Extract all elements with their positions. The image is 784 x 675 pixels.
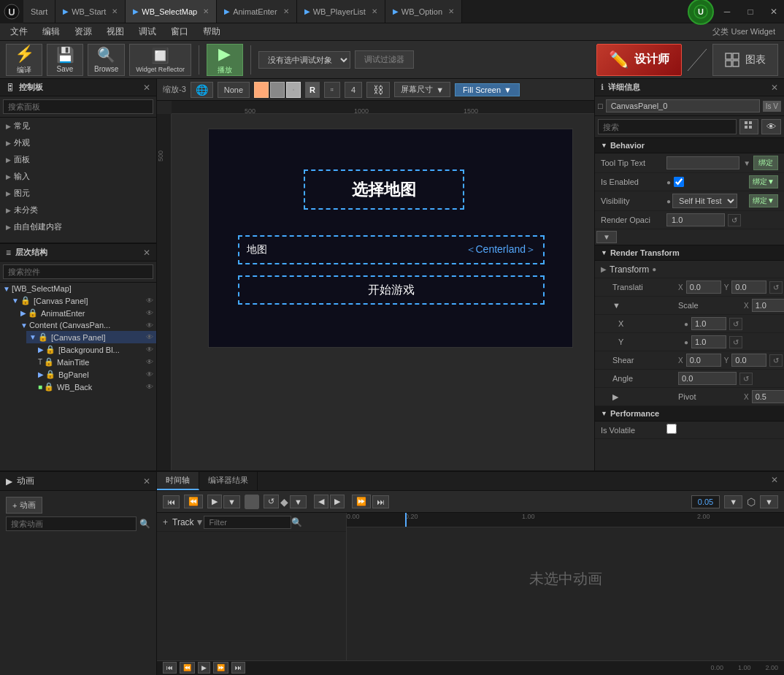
angle-reset[interactable]: ↺: [739, 373, 753, 385]
time-marker-dropdown[interactable]: ▼: [760, 495, 778, 508]
tooltip-dropdown-arrow[interactable]: ▼: [743, 159, 750, 167]
performance-section-header[interactable]: ▼ Performance: [595, 406, 784, 422]
canvas-color-btn-1[interactable]: [254, 82, 269, 98]
none-button[interactable]: None: [218, 82, 250, 98]
canvas-color-btn-3[interactable]: [286, 82, 301, 98]
save-button[interactable]: 💾 Save: [47, 44, 83, 76]
canvas-color-btn-2[interactable]: [270, 82, 285, 98]
render-opacity-input[interactable]: [666, 213, 725, 226]
left-panel-close[interactable]: ✕: [143, 83, 150, 93]
angle-input[interactable]: [678, 372, 737, 385]
detail-panel-close[interactable]: ✕: [771, 83, 778, 93]
num-button[interactable]: 4: [345, 82, 362, 98]
hier-item-wb-selectmap[interactable]: ▼ [WB_SelectMap]: [0, 283, 156, 294]
tooltip-bind-button[interactable]: 绑定: [753, 156, 778, 170]
bottom-play-btn[interactable]: ▶: [198, 662, 210, 674]
render-opacity-reset[interactable]: ↺: [728, 214, 741, 226]
tab-wb-start-close[interactable]: ✕: [112, 7, 118, 15]
tab-wb-option[interactable]: ▶ WB_Option ✕: [385, 0, 462, 23]
menu-help[interactable]: 帮助: [196, 23, 228, 41]
timeline-playhead[interactable]: [405, 513, 407, 527]
step-back-button[interactable]: ⏪: [184, 495, 203, 508]
timeline-tab-timeline[interactable]: 时间轴: [157, 472, 199, 490]
play-transport-button[interactable]: ▶: [207, 495, 222, 508]
canvas-panel-name-input[interactable]: [606, 99, 760, 113]
hier-item-content[interactable]: ▼ Content (CanvasPan... 👁: [18, 319, 156, 331]
keyframe-dropdown[interactable]: ▼: [290, 495, 307, 508]
ue-circle-btn[interactable]: U: [688, 0, 714, 25]
add-animation-button[interactable]: + 动画: [6, 497, 42, 514]
widget-reflector-button[interactable]: 🔲 Widget Reflector: [129, 44, 191, 76]
category-primitive[interactable]: ▶ 图元: [0, 185, 156, 202]
track-filter-input[interactable]: [204, 516, 291, 529]
hier-maintitle-vis[interactable]: 👁: [146, 358, 153, 366]
translation-x-input[interactable]: [686, 281, 721, 294]
translation-y-input[interactable]: [731, 281, 766, 294]
category-panel[interactable]: ▶ 面板: [0, 151, 156, 168]
fill-screen-button[interactable]: Fill Screen ▼: [455, 83, 520, 96]
play-button[interactable]: ▶ 播放: [207, 44, 243, 76]
visibility-select[interactable]: Self Hit Test: [672, 194, 737, 208]
bottom-step-fwd-btn[interactable]: ⏩: [213, 662, 228, 674]
tab-animatenter[interactable]: ▶ AnimatEnter ✕: [217, 0, 297, 23]
chain-button[interactable]: ⛓: [366, 82, 390, 98]
loop-button[interactable]: ↺: [264, 495, 279, 508]
menu-asset[interactable]: 资源: [67, 23, 99, 41]
scale-y-reset[interactable]: ↺: [729, 336, 742, 348]
category-misc[interactable]: ▶ 未分类: [0, 202, 156, 218]
hier-bgpanel-vis[interactable]: 👁: [146, 370, 153, 378]
tab-wb-playerlist[interactable]: ▶ WB_PlayerList ✕: [297, 0, 385, 23]
timeline-close[interactable]: ✕: [765, 472, 784, 490]
detail-eye-button[interactable]: 👁: [761, 119, 781, 134]
menu-debug[interactable]: 调试: [131, 23, 164, 41]
bottom-end-btn[interactable]: ⏭: [231, 662, 245, 674]
category-input[interactable]: ▶ 输入: [0, 168, 156, 185]
panel-search-input[interactable]: [3, 99, 153, 114]
timeline-tab-compiler[interactable]: 编译器结果: [199, 472, 258, 490]
debug-object-select[interactable]: 没有选中调试对象: [258, 51, 350, 69]
hier-item-animatenter[interactable]: ▶ 🔒 AnimatEnter 👁: [18, 307, 156, 319]
compile-button[interactable]: ⚡ 编译: [6, 44, 42, 76]
hier-animatenter-vis[interactable]: 👁: [146, 309, 153, 317]
shear-reset[interactable]: ↺: [769, 354, 783, 367]
detail-search-input[interactable]: [598, 119, 737, 134]
translation-reset[interactable]: ↺: [769, 281, 783, 294]
close-button[interactable]: ✕: [764, 1, 784, 22]
time-dropdown-btn[interactable]: ▼: [724, 495, 742, 508]
tab-wb-selectmap[interactable]: ▶ WB_SelectMap ✕: [126, 0, 217, 23]
hier-item-wb-back[interactable]: ■ 🔒 WB_Back 👁: [35, 381, 156, 393]
globe-button[interactable]: 🌐: [191, 82, 213, 98]
hier-item-maintitle[interactable]: T 🔒 MainTitle 👁: [35, 356, 156, 368]
menu-view[interactable]: 视图: [99, 23, 131, 41]
scale-x-only-input[interactable]: [691, 317, 726, 330]
category-custom[interactable]: ▶ 由自创建内容: [0, 218, 156, 235]
tab-start[interactable]: Start: [23, 0, 55, 23]
hier-item-canvas-panel-selected[interactable]: ▼ 🔒 [Canvas Panel] 👁: [26, 331, 156, 343]
tab-wb-playerlist-close[interactable]: ✕: [372, 7, 377, 15]
expand-button[interactable]: ▼: [596, 231, 617, 243]
hier-bg-vis[interactable]: 👁: [146, 346, 153, 354]
is-enabled-checkbox[interactable]: [674, 177, 684, 187]
hier-item-bgpanel[interactable]: ▶ 🔒 BgPanel 👁: [35, 368, 156, 381]
screen-size-button[interactable]: 屏幕尺寸 ▼: [394, 82, 450, 97]
hier-wb-back-vis[interactable]: 👁: [146, 383, 153, 391]
hier-canvas-sel-vis[interactable]: 👁: [146, 333, 153, 341]
minimize-button[interactable]: ─: [717, 1, 737, 22]
menu-window[interactable]: 窗口: [164, 23, 196, 41]
category-appearance[interactable]: ▶ 外观: [0, 134, 156, 151]
prev-keyframe-button[interactable]: ◀: [314, 495, 328, 508]
menu-file[interactable]: 文件: [3, 23, 35, 41]
fast-forward-button[interactable]: ⏭: [372, 495, 389, 508]
hier-item-background[interactable]: ▶ 🔒 [Background Bl... 👁: [35, 343, 156, 356]
hierarchy-close[interactable]: ✕: [143, 248, 150, 258]
bottom-step-back-btn[interactable]: ⏪: [180, 662, 195, 674]
r-button[interactable]: R: [305, 82, 320, 98]
anim-search-input[interactable]: [6, 516, 137, 531]
shear-y-input[interactable]: [731, 354, 766, 367]
scale-x-reset[interactable]: ↺: [729, 318, 742, 330]
hierarchy-search-input[interactable]: [3, 264, 153, 279]
tab-wb-selectmap-close[interactable]: ✕: [203, 7, 209, 15]
track-dropdown[interactable]: ▼: [196, 517, 204, 527]
animation-close[interactable]: ✕: [143, 476, 150, 487]
menu-edit[interactable]: 编辑: [35, 23, 67, 41]
